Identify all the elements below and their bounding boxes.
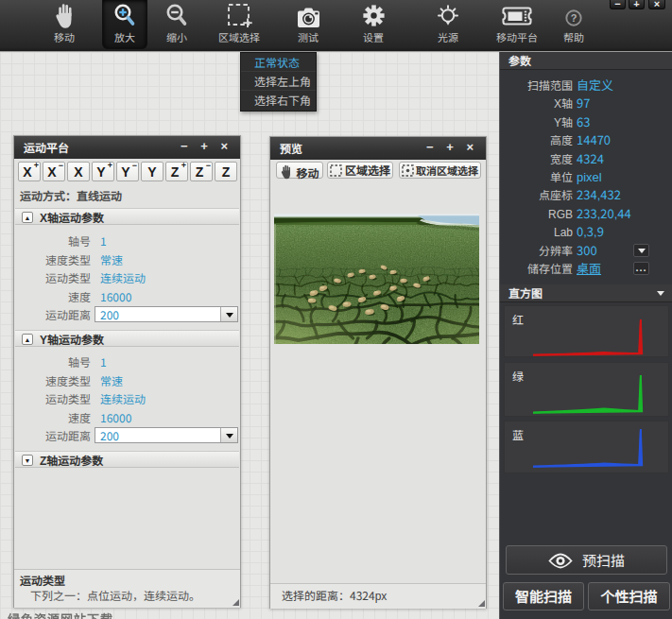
svg-text:?: ? xyxy=(571,12,577,24)
